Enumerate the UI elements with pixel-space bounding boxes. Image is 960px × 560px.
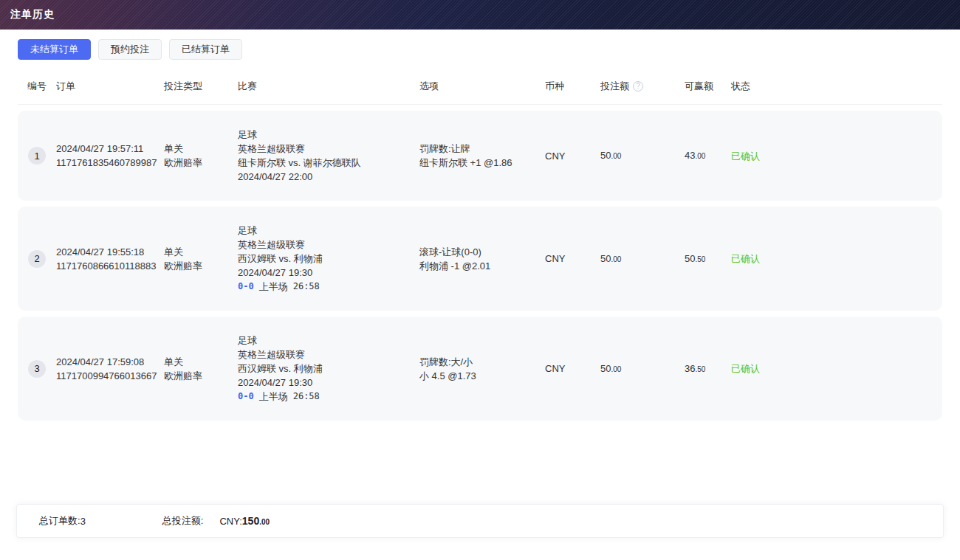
help-icon[interactable]: ? [633,81,643,91]
order-id: 1171761835460789987 [56,156,164,170]
total-orders-value: 3 [80,516,86,527]
match-cell: 足球 英格兰超级联赛 西汉姆联 vs. 利物浦 2024/04/27 19:30… [238,224,419,294]
league: 英格兰超级联赛 [238,142,419,156]
header-status: 状态 [731,80,942,93]
row-number-badge: 2 [28,250,46,268]
pick: 纽卡斯尔联 +1 @1.86 [419,156,545,170]
tab-bar: 未结算订单 预约投注 已结算订单 [0,30,960,69]
live-period: 上半场 [259,390,288,404]
page-title: 注单历史 [10,8,55,21]
live-score: 0-0 [238,390,254,404]
match-time: 2024/04/27 19:30 [238,376,419,390]
pick: 利物浦 -1 @2.01 [419,259,545,273]
top-bar: 注单历史 [0,0,960,30]
teams: 西汉姆联 vs. 利物浦 [238,362,419,376]
table-row: 3 2024/04/27 17:59:08 117170099476601366… [18,317,942,421]
order-id: 1171760866610118883 [56,259,164,273]
status-badge: 已确认 [731,252,942,266]
bet-type-cell: 单关 欧洲赔率 [164,142,238,170]
total-orders-label: 总订单数: [39,514,80,528]
order-time: 2024/04/27 17:59:08 [56,355,164,369]
header-currency: 币种 [545,80,600,93]
win-cell: 4300 [685,148,731,163]
order-cell: 2024/04/27 19:57:11 1171761835460789987 [56,142,164,170]
sport: 足球 [238,224,419,238]
market: 罚牌数:大/小 [419,355,545,369]
match-cell: 足球 英格兰超级联赛 西汉姆联 vs. 利物浦 2024/04/27 19:30… [238,333,419,404]
bet-type: 单关 [164,355,238,369]
header-match: 比赛 [238,80,419,93]
header-stake: 投注额 ? [600,80,685,93]
table-row: 1 2024/04/27 19:57:11 117176183546078998… [18,111,942,201]
currency-cell: CNY [545,149,600,163]
win-cell: 3650 [685,362,731,376]
order-cell: 2024/04/27 17:59:08 1171700994766013667 [56,355,164,383]
total-stake-label: 总投注额: [162,514,204,528]
bet-type: 单关 [164,245,238,259]
header-order: 订单 [56,80,164,93]
teams: 西汉姆联 vs. 利物浦 [238,252,419,266]
tab-settled-orders[interactable]: 已结算订单 [169,39,242,60]
order-list: 1 2024/04/27 19:57:11 117176183546078998… [18,111,942,421]
match-cell: 足球 英格兰超级联赛 纽卡斯尔联 vs. 谢菲尔德联队 2024/04/27 2… [238,128,419,184]
live-period: 上半场 [259,280,288,294]
order-time: 2024/04/27 19:55:18 [56,245,164,259]
live-score: 0-0 [238,280,254,294]
tab-scheduled-bets[interactable]: 预约投注 [98,39,162,60]
live-clock: 26:58 [293,390,320,404]
match-time: 2024/04/27 19:30 [238,266,419,280]
teams: 纽卡斯尔联 vs. 谢菲尔德联队 [238,156,419,170]
order-id: 1171700994766013667 [56,369,164,383]
bet-type-cell: 单关 欧洲赔率 [164,245,238,273]
odds-type: 欧洲赔率 [164,259,238,273]
stake-cell: 5000 [600,362,685,376]
header-win: 可赢额 [685,80,731,93]
live-status: 0-0 上半场 26:58 [238,390,419,404]
selection-cell: 罚牌数:让牌 纽卡斯尔联 +1 @1.86 [419,142,545,170]
pick: 小 4.5 @1.73 [419,369,545,383]
win-cell: 5050 [685,252,731,266]
status-badge: 已确认 [731,362,942,376]
currency-prefix: CNY: [219,516,241,527]
header-bet-type: 投注类型 [164,80,238,93]
market: 滚球-让球(0-0) [419,245,545,259]
total-stake-value: CNY:15000 [219,515,270,527]
live-status: 0-0 上半场 26:58 [238,280,419,294]
header-no: 编号 [18,80,56,93]
selection-cell: 罚牌数:大/小 小 4.5 @1.73 [419,355,545,383]
currency-cell: CNY [545,362,600,376]
summary-bar: 总订单数:3 总投注额: CNY:15000 [16,504,944,538]
bet-type-cell: 单关 欧洲赔率 [164,355,238,383]
stake-cell: 5000 [600,148,685,163]
row-number-badge: 1 [28,147,46,165]
table-header: 编号 订单 投注类型 比赛 选项 币种 投注额 ? 可赢额 状态 [18,69,942,105]
sport: 足球 [238,128,419,142]
sport: 足球 [238,333,419,348]
bet-type: 单关 [164,142,238,156]
stake-cell: 5000 [600,252,685,266]
selection-cell: 滚球-让球(0-0) 利物浦 -1 @2.01 [419,245,545,273]
market: 罚牌数:让牌 [419,142,545,156]
header-selection: 选项 [419,80,545,93]
tab-unsettled-orders[interactable]: 未结算订单 [18,39,91,60]
order-time: 2024/04/27 19:57:11 [56,142,164,156]
league: 英格兰超级联赛 [238,238,419,252]
league: 英格兰超级联赛 [238,348,419,362]
odds-type: 欧洲赔率 [164,369,238,383]
row-number-badge: 3 [28,360,46,378]
odds-type: 欧洲赔率 [164,156,238,170]
status-badge: 已确认 [731,149,942,163]
match-time: 2024/04/27 22:00 [238,170,419,184]
live-clock: 26:58 [293,280,320,294]
currency-cell: CNY [545,252,600,266]
order-cell: 2024/04/27 19:55:18 1171760866610118883 [56,245,164,273]
table-row: 2 2024/04/27 19:55:18 117176086661011888… [18,207,942,311]
